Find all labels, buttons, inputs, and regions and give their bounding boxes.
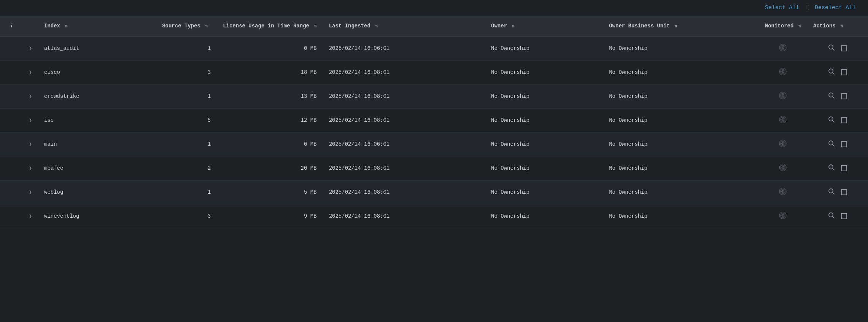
- cell-last-ingested: 2025/02/14 16:08:01: [323, 61, 485, 84]
- cell-last-ingested: 2025/02/14 16:08:01: [323, 156, 485, 180]
- cell-info: [0, 84, 23, 108]
- monitored-spiral-icon: [779, 211, 787, 220]
- col-header-last-ingested[interactable]: Last Ingested ⇅: [323, 16, 485, 37]
- cell-source-types: 2: [156, 156, 217, 180]
- table-row: ❯weblog15 MB2025/02/14 16:08:01No Owners…: [0, 180, 868, 204]
- expand-toggle[interactable]: ❯: [23, 180, 38, 204]
- monitored-spiral-icon: [779, 67, 787, 76]
- cell-info: [0, 61, 23, 84]
- cell-license-usage: 18 MB: [217, 61, 323, 84]
- cell-source-types: 1: [156, 84, 217, 108]
- cell-info: [0, 204, 23, 228]
- select-checkbox[interactable]: [841, 93, 847, 99]
- cell-actions: [807, 108, 868, 132]
- cell-source-types: 5: [156, 108, 217, 132]
- cell-actions: [807, 37, 868, 61]
- cell-owner-bu: No Ownership: [603, 180, 759, 204]
- search-action-icon[interactable]: [828, 188, 835, 197]
- table-row: ❯cisco318 MB2025/02/14 16:08:01No Owners…: [0, 61, 868, 84]
- cell-actions: [807, 204, 868, 228]
- cell-info: [0, 37, 23, 61]
- col-header-monitored[interactable]: Monitored ⇅: [759, 16, 807, 37]
- cell-license-usage: 0 MB: [217, 37, 323, 61]
- svg-point-15: [782, 95, 783, 96]
- search-action-icon[interactable]: [828, 164, 835, 173]
- col-header-owner[interactable]: Owner ⇅: [485, 16, 603, 37]
- svg-point-25: [781, 141, 785, 146]
- search-action-icon[interactable]: [828, 140, 835, 149]
- svg-point-9: [782, 71, 783, 72]
- cell-last-ingested: 2025/02/14 16:06:01: [323, 37, 485, 61]
- svg-point-33: [782, 167, 783, 168]
- table-header-row: 𝑖 Index ⇅ Source Types ⇅ License Usage i…: [0, 16, 868, 37]
- select-checkbox[interactable]: [841, 69, 847, 75]
- cell-monitored: [759, 204, 807, 228]
- svg-line-23: [833, 120, 835, 122]
- cell-monitored: [759, 132, 807, 156]
- cell-monitored: [759, 156, 807, 180]
- cell-owner-bu: No Ownership: [603, 84, 759, 108]
- cell-index: wineventlog: [38, 204, 156, 228]
- cell-index: main: [38, 132, 156, 156]
- expand-toggle[interactable]: ❯: [23, 204, 38, 228]
- top-bar: Select All | Deselect All: [0, 0, 868, 16]
- cell-actions: [807, 156, 868, 180]
- search-action-icon[interactable]: [828, 68, 835, 77]
- divider: |: [805, 5, 809, 11]
- table-row: ❯mcafee220 MB2025/02/14 16:08:01No Owner…: [0, 156, 868, 180]
- monitored-spiral-icon: [779, 115, 787, 124]
- cell-monitored: [759, 37, 807, 61]
- table-row: ❯wineventlog39 MB2025/02/14 16:08:01No O…: [0, 204, 868, 228]
- cell-monitored: [759, 84, 807, 108]
- cell-last-ingested: 2025/02/14 16:08:01: [323, 180, 485, 204]
- cell-license-usage: 9 MB: [217, 204, 323, 228]
- col-header-info: 𝑖: [0, 16, 23, 37]
- svg-point-38: [782, 190, 784, 193]
- cell-actions: [807, 180, 868, 204]
- sort-icon-index: ⇅: [65, 23, 67, 29]
- cell-index: isc: [38, 108, 156, 132]
- col-header-index[interactable]: Index ⇅: [38, 16, 156, 37]
- search-action-icon[interactable]: [828, 212, 835, 221]
- select-checkbox[interactable]: [841, 189, 847, 195]
- svg-line-29: [833, 144, 835, 146]
- cell-monitored: [759, 108, 807, 132]
- expand-toggle[interactable]: ❯: [23, 108, 38, 132]
- select-checkbox[interactable]: [841, 141, 847, 147]
- search-action-icon[interactable]: [828, 44, 835, 53]
- cell-index: mcafee: [38, 156, 156, 180]
- select-checkbox[interactable]: [841, 45, 847, 51]
- cell-license-usage: 5 MB: [217, 180, 323, 204]
- cell-last-ingested: 2025/02/14 16:06:01: [323, 132, 485, 156]
- main-container: Select All | Deselect All 𝑖 Index ⇅ Sour…: [0, 0, 868, 322]
- cell-source-types: 3: [156, 204, 217, 228]
- select-all-link[interactable]: Select All: [765, 5, 799, 11]
- sort-icon-actions: ⇅: [840, 23, 843, 29]
- select-checkbox[interactable]: [841, 213, 847, 219]
- cell-index: weblog: [38, 180, 156, 204]
- deselect-all-link[interactable]: Deselect All: [815, 5, 856, 11]
- svg-line-17: [833, 96, 835, 98]
- svg-point-2: [782, 46, 784, 49]
- expand-toggle[interactable]: ❯: [23, 61, 38, 84]
- select-checkbox[interactable]: [841, 117, 847, 123]
- svg-line-5: [833, 48, 835, 50]
- monitored-spiral-icon: [779, 139, 787, 148]
- select-checkbox[interactable]: [841, 165, 847, 171]
- svg-point-19: [781, 117, 785, 122]
- cell-owner-bu: No Ownership: [603, 156, 759, 180]
- search-action-icon[interactable]: [828, 116, 835, 125]
- col-header-actions[interactable]: Actions ⇅: [807, 16, 868, 37]
- col-header-source-types[interactable]: Source Types ⇅: [156, 16, 217, 37]
- cell-owner: No Ownership: [485, 180, 603, 204]
- cell-last-ingested: 2025/02/14 16:08:01: [323, 108, 485, 132]
- search-action-icon[interactable]: [828, 92, 835, 101]
- col-header-owner-bu[interactable]: Owner Business Unit ⇅: [603, 16, 759, 37]
- expand-toggle[interactable]: ❯: [23, 37, 38, 61]
- table-wrapper: 𝑖 Index ⇅ Source Types ⇅ License Usage i…: [0, 16, 868, 228]
- svg-point-27: [782, 143, 783, 144]
- expand-toggle[interactable]: ❯: [23, 84, 38, 108]
- expand-toggle[interactable]: ❯: [23, 156, 38, 180]
- col-header-license-usage[interactable]: License Usage in Time Range ⇅: [217, 16, 323, 37]
- expand-toggle[interactable]: ❯: [23, 132, 38, 156]
